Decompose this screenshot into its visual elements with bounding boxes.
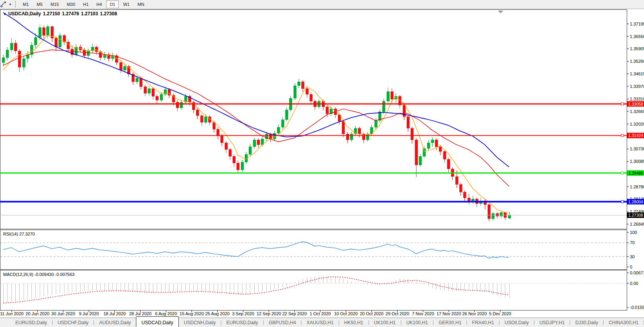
candlestick-series xyxy=(2,25,511,221)
tab-ger30-h1[interactable]: GER30,H1 xyxy=(433,318,466,327)
timeframe-button-m30[interactable]: M30 xyxy=(63,0,79,8)
date-label: 7 Nov 2020 xyxy=(412,311,434,316)
candle xyxy=(366,134,369,140)
tab-usdcnh-daily[interactable]: USDCNH,Daily xyxy=(179,318,221,327)
candle xyxy=(297,82,300,86)
candle xyxy=(249,147,251,155)
rsi-tick-label: 70 xyxy=(630,240,635,245)
chart-cursor-icon[interactable] xyxy=(0,1,8,7)
candle xyxy=(213,122,215,129)
candle xyxy=(285,110,288,120)
rsi-line xyxy=(3,242,509,258)
tab-dj30-daily[interactable]: DJ30,Daily xyxy=(570,318,603,327)
macd-tick-label: 0.00 xyxy=(630,281,638,286)
tab-usoil-daily[interactable]: USOil,Daily xyxy=(499,318,534,327)
candle xyxy=(123,66,126,70)
candle xyxy=(326,107,328,113)
tab-usdchf-daily[interactable]: USDCHF,Daily xyxy=(53,318,94,327)
candle xyxy=(229,150,231,156)
price-chart[interactable]: 1.371951.365501.359051.352601.346151.339… xyxy=(0,0,644,318)
tab-uk100-h1-1[interactable]: UK100,H1 xyxy=(369,318,401,327)
tab-audusd-daily[interactable]: AUDUSD,Daily xyxy=(94,318,136,327)
rsi-tick-label: 0 xyxy=(630,265,632,269)
candle xyxy=(257,140,260,144)
date-label: 6 Aug 2020 xyxy=(155,311,177,316)
candle xyxy=(431,140,434,142)
date-label: 3 Sep 2020 xyxy=(232,311,254,316)
candle xyxy=(294,86,296,98)
timeframe-button-w1[interactable]: W1 xyxy=(119,0,133,8)
candle xyxy=(14,43,17,51)
candle xyxy=(18,51,21,68)
macd-tick-label: -0.015502 xyxy=(630,305,644,310)
candle xyxy=(358,128,361,134)
timeframe-button-mn[interactable]: MN xyxy=(134,0,148,8)
ma-slow-line xyxy=(3,13,509,167)
candle xyxy=(160,94,163,100)
candle xyxy=(39,27,41,37)
candle xyxy=(407,117,409,128)
candle xyxy=(455,177,458,185)
candle xyxy=(180,102,183,108)
tab-gbpusd-h4[interactable]: GBPUSD,H4 xyxy=(264,318,301,327)
date-label: 20 Oct 2020 xyxy=(360,311,383,316)
price-tick-label: 1.32020 xyxy=(630,122,644,126)
tab-xauusd-h1[interactable]: XAUUSD,H1 xyxy=(301,318,339,327)
toolbar-grip[interactable] xyxy=(15,1,16,7)
timeframe-button-h1[interactable]: H1 xyxy=(79,0,92,8)
candle xyxy=(387,91,389,101)
ma-fast-line xyxy=(3,35,509,213)
candle xyxy=(220,136,223,142)
tab-uk100-h1-2[interactable]: UK100,H1 xyxy=(401,318,433,327)
tab-eurusd-daily-2[interactable]: EURUSD,Daily xyxy=(221,318,263,327)
candle xyxy=(136,78,138,82)
candle xyxy=(119,62,122,70)
date-label: 20 Jun 2020 xyxy=(26,311,50,316)
candle xyxy=(435,140,438,146)
timeframe-button-m15[interactable]: M15 xyxy=(47,0,62,8)
macd-pane: 0.0067120.00-0.015502 xyxy=(0,270,644,310)
candle xyxy=(253,140,256,146)
candle xyxy=(83,50,86,56)
candle xyxy=(439,147,442,152)
date-label: 22 Sep 2020 xyxy=(282,311,306,316)
tab-hk50-h1[interactable]: HK50,H1 xyxy=(339,318,369,327)
hline-price-badge-label: 1.31424 xyxy=(628,133,643,138)
price-tick-label: 1.35260 xyxy=(630,59,644,64)
candle xyxy=(139,78,142,87)
candle xyxy=(488,205,490,219)
date-label: 11 Jun 2020 xyxy=(0,311,24,316)
timeframe-button-m1[interactable]: M1 xyxy=(19,0,32,8)
candle xyxy=(217,129,219,136)
candle xyxy=(2,58,5,62)
macd-histogram xyxy=(4,276,510,303)
chevron-down-icon[interactable]: ▼ xyxy=(9,3,12,6)
timeframe-button-d1[interactable]: D1 xyxy=(106,0,119,8)
candle xyxy=(459,185,462,192)
tab-china300-h1[interactable]: CHINA300,H1 xyxy=(604,318,644,327)
chart-tab-bar: EURUSD,Daily USDCHF,Daily AUDUSD,Daily U… xyxy=(0,318,644,327)
hline-price-badge-label: 1.28004 xyxy=(628,199,643,204)
tab-fra40-h1[interactable]: FRA40,H1 xyxy=(467,318,499,327)
candle xyxy=(346,134,349,140)
candle xyxy=(87,51,90,56)
candle xyxy=(306,89,308,95)
candle xyxy=(500,212,503,216)
candle xyxy=(46,27,49,35)
candle xyxy=(342,121,345,134)
price-tick-label: 1.35905 xyxy=(630,46,644,51)
candle xyxy=(22,58,25,67)
timeframe-button-h4[interactable]: H4 xyxy=(93,0,105,8)
tab-usdcad-daily[interactable]: USDCAD,Daily xyxy=(136,316,179,327)
tab-eurusd-daily-1[interactable]: EURUSD,Daily xyxy=(10,318,52,327)
hline-handle xyxy=(621,134,624,137)
date-label: 29 Oct 2020 xyxy=(385,311,409,316)
candle xyxy=(374,121,377,127)
price-tick-label: 1.33310 xyxy=(630,97,644,101)
tab-usdjpy-h1[interactable]: USDJPY,H1 xyxy=(534,318,570,327)
candle xyxy=(273,133,276,139)
timeframe-button-m5[interactable]: M5 xyxy=(33,0,46,8)
price-axis: 1.371951.365501.359051.352601.346151.339… xyxy=(627,22,644,227)
price-tick-label: 1.32665 xyxy=(630,109,644,114)
candle xyxy=(237,163,239,170)
